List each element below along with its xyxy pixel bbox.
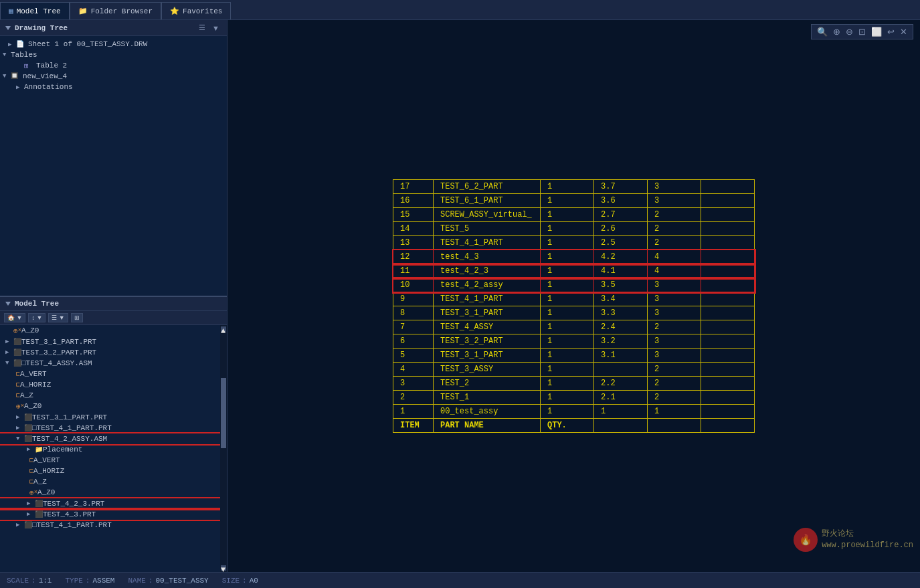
bom-cell: TEST_6_2_PART bbox=[434, 180, 541, 194]
tree-arrow-test41part-2: ▶ bbox=[16, 521, 24, 528]
tree-label-avert-2: A_VERT bbox=[33, 456, 60, 464]
drawing-tree-expand-btn[interactable]: ▼ bbox=[210, 23, 221, 33]
model-tree-tab-icon: ▦ bbox=[9, 7, 13, 15]
coord2-icon: ⊕ bbox=[13, 326, 18, 335]
tree-item-test41part-2[interactable]: ▶ ⬛ □TEST_4_1_PART.PRT bbox=[0, 520, 220, 530]
tree-item-az[interactable]: ⊏ A_Z bbox=[0, 390, 220, 401]
tree-item-test41part[interactable]: ▶ ⬛ □TEST_4_1_PART.PRT bbox=[0, 423, 220, 433]
bom-cell: 14 bbox=[393, 222, 434, 236]
bom-cell: TEST_5 bbox=[434, 222, 541, 236]
part-icon-test41: ⬛ bbox=[24, 424, 32, 432]
bom-cell: 1 bbox=[541, 264, 594, 278]
tree-arrow-test423prt: ▶ bbox=[27, 500, 35, 507]
bom-cell bbox=[701, 208, 755, 222]
tree-item-test31part[interactable]: ▶ ⬛ TEST_3_1_PART.PRT bbox=[0, 336, 220, 347]
model-tree-scrollbar[interactable]: ▲ ▼ bbox=[220, 325, 227, 573]
bom-cell bbox=[701, 405, 755, 419]
favorites-tab-label: Favorites bbox=[183, 7, 222, 15]
bom-cell: 3.6 bbox=[594, 194, 648, 208]
model-tree-list: ⊕ × A_Z0 ▶ ⬛ TEST_3_1_PART.PRT ▶ bbox=[0, 325, 220, 573]
tree-item-ahoriz-2[interactable]: ⊏ A_HORIZ bbox=[0, 466, 220, 476]
mt-preview-btn[interactable]: ⊞ bbox=[71, 313, 83, 322]
tree-item-test4assy[interactable]: ▼ ⬛ □TEST_4_ASSY.ASM bbox=[0, 358, 220, 369]
tab-favorites[interactable]: ⭐ Favorites bbox=[161, 2, 231, 19]
tree-item-sheet1[interactable]: ▶ Sheet 1 of 00_TEST_ASSY.DRW bbox=[0, 39, 227, 50]
part-icon-test32: ⬛ bbox=[13, 349, 21, 357]
tree-item-annotations[interactable]: ▶ Annotations bbox=[0, 82, 227, 92]
model-tree-collapse-icon[interactable] bbox=[5, 302, 11, 306]
tree-item-az0-2[interactable]: ⊕ × A_Z0 bbox=[0, 401, 220, 412]
tree-item-test43prt[interactable]: ▶ ⬛ TEST_4_3.PRT bbox=[0, 509, 220, 520]
bom-cell: 12 bbox=[393, 250, 434, 264]
bom-table-row: 14TEST_512.62 bbox=[393, 222, 755, 236]
tree-item-newview4[interactable]: ▼ new_view_4 bbox=[0, 71, 227, 82]
scrollbar-down-btn[interactable]: ▼ bbox=[221, 565, 226, 571]
coord2-icon-2: ⊕ bbox=[16, 402, 21, 411]
bom-cell bbox=[701, 180, 755, 194]
bom-table-row: 2TEST_112.12 bbox=[393, 391, 755, 405]
model-tree-scroll-area: ⊕ × A_Z0 ▶ ⬛ TEST_3_1_PART.PRT ▶ bbox=[0, 325, 227, 573]
bom-cell bbox=[701, 363, 755, 377]
tab-folder-browser[interactable]: 📁 Folder Browser bbox=[70, 2, 161, 19]
name-label: NAME bbox=[128, 577, 145, 585]
tree-item-test423prt[interactable]: ▶ ⬛ TEST_4_2_3.PRT bbox=[0, 498, 220, 509]
tree-label-test41part: □TEST_4_1_PART.PRT bbox=[32, 424, 112, 432]
tree-item-az0-top[interactable]: ⊕ × A_Z0 bbox=[0, 325, 220, 336]
bom-cell: 1 bbox=[541, 208, 594, 222]
model-tree-header-left: Model Tree bbox=[5, 300, 59, 308]
bom-cell: 10 bbox=[393, 278, 434, 292]
drawing-tree-collapse-icon[interactable] bbox=[5, 26, 11, 30]
folder-browser-tab-icon: 📁 bbox=[78, 7, 88, 15]
mt-nav-btn[interactable]: 🏠 ▼ bbox=[4, 313, 25, 322]
tree-arrow-test31part-2: ▶ bbox=[16, 413, 24, 421]
scrollbar-up-btn[interactable]: ▲ bbox=[221, 326, 226, 332]
zoom-out-btn[interactable]: ⊖ bbox=[844, 27, 854, 37]
tree-arrow-test42assy: ▼ bbox=[16, 435, 24, 442]
bom-cell bbox=[701, 334, 755, 349]
tab-model-tree[interactable]: ▦ Model Tree bbox=[0, 2, 70, 19]
bom-cell bbox=[701, 419, 755, 433]
bom-cell bbox=[701, 377, 755, 391]
tree-label-test31part-2: TEST_3_1_PART.PRT bbox=[32, 413, 107, 421]
scrollbar-thumb[interactable] bbox=[221, 378, 226, 448]
pan-btn[interactable]: ⊡ bbox=[857, 27, 867, 37]
tree-item-avert[interactable]: ⊏ A_VERT bbox=[0, 369, 220, 379]
bom-cell: TEST_3_ASSY bbox=[434, 363, 541, 377]
bom-cell: 13 bbox=[393, 236, 434, 250]
bom-cell bbox=[701, 250, 755, 264]
bom-cell: TEST_4_1_PART bbox=[434, 292, 541, 306]
tree-item-tables[interactable]: ▼ Tables bbox=[0, 50, 227, 60]
bom-cell bbox=[701, 349, 755, 363]
tree-label-tables: Tables bbox=[11, 51, 37, 59]
tree-label-avert: A_VERT bbox=[20, 370, 47, 378]
drawing-tree-settings-btn[interactable]: ☰ bbox=[197, 23, 207, 33]
bom-table-row: 3TEST_212.22 bbox=[393, 377, 755, 391]
tree-item-avert-2[interactable]: ⊏ A_VERT bbox=[0, 455, 220, 466]
bom-cell: 4.2 bbox=[594, 250, 648, 264]
tree-item-test42assy[interactable]: ▼ ⬛ TEST_4_2_ASSY.ASM bbox=[0, 433, 220, 444]
bom-cell: 1 bbox=[541, 278, 594, 292]
bom-cell: PART NAME bbox=[434, 419, 541, 433]
zoom-fit-btn[interactable]: 🔍 bbox=[816, 27, 829, 37]
bom-cell bbox=[701, 320, 755, 334]
tree-label-placement: Placement bbox=[43, 446, 82, 454]
mt-sort-btn[interactable]: ↕ ▼ bbox=[28, 313, 45, 322]
tree-item-ahoriz[interactable]: ⊏ A_HORIZ bbox=[0, 379, 220, 390]
bom-cell bbox=[594, 363, 648, 377]
tree-item-az0-3[interactable]: ⊕ × A_Z0 bbox=[0, 487, 220, 498]
tree-item-table2[interactable]: Table 2 bbox=[0, 60, 227, 71]
tree-item-placement[interactable]: ▶ 📁 Placement bbox=[0, 444, 220, 455]
tree-item-test31part-2[interactable]: ▶ ⬛ TEST_3_1_PART.PRT bbox=[0, 412, 220, 423]
close-view-btn[interactable]: ✕ bbox=[899, 27, 909, 37]
bom-cell: 3.2 bbox=[594, 334, 648, 349]
rotate-btn[interactable]: ⬜ bbox=[870, 27, 883, 37]
bom-cell: 3 bbox=[648, 180, 701, 194]
tree-item-az-2[interactable]: ⊏ A_Z bbox=[0, 476, 220, 487]
zoom-in-btn[interactable]: ⊕ bbox=[832, 27, 842, 37]
tree-item-test32part[interactable]: ▶ ⬛ TEST_3_2_PART.PRT bbox=[0, 347, 220, 358]
mt-settings-btn[interactable]: ☰ ▼ bbox=[48, 313, 68, 322]
reset-btn[interactable]: ↩ bbox=[886, 27, 896, 37]
status-scale: SCALE : 1:1 bbox=[7, 577, 52, 585]
model-tree-title: Model Tree bbox=[15, 300, 59, 308]
bom-cell bbox=[701, 391, 755, 405]
